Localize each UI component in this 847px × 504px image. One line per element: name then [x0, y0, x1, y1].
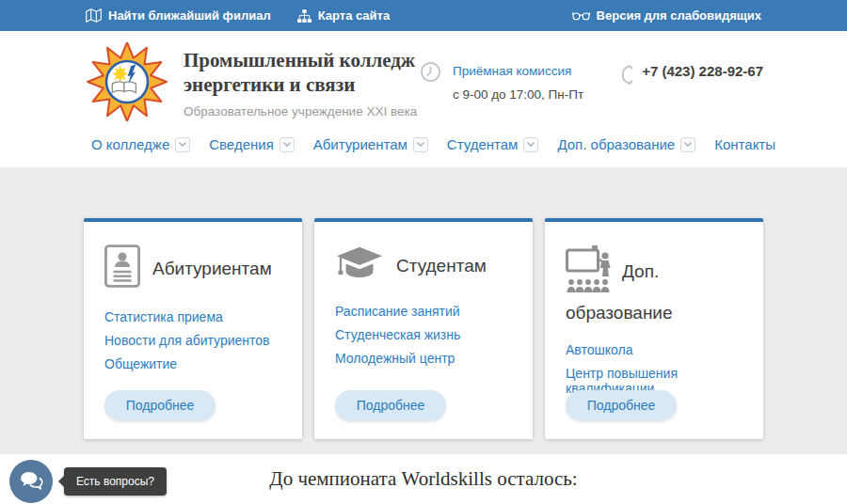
sitemap-label: Карта сайта	[318, 8, 391, 23]
nav-item-extra-education[interactable]: Доп. образование	[557, 136, 695, 152]
nav-item-applicants[interactable]: Абитуриентам	[313, 136, 428, 152]
nav-item-about[interactable]: О колледже	[91, 136, 190, 152]
clock-icon	[420, 61, 441, 125]
more-button-extra-education[interactable]: Подробнее	[566, 390, 677, 420]
site-subtitle: Образовательное учреждение XXI века	[184, 104, 417, 118]
sitemap-icon	[297, 9, 312, 23]
chat-tooltip: Есть вопросы?	[64, 467, 167, 496]
graduation-cap-icon	[335, 244, 384, 287]
nav-item-students[interactable]: Студентам	[447, 136, 539, 152]
phone-number: +7 (423) 228-92-67	[642, 63, 763, 125]
nav-item-info[interactable]: Сведения	[209, 136, 295, 152]
nav-label: Сведения	[209, 136, 274, 152]
main-nav: О колледже Сведения Абитуриентам Студент…	[84, 125, 763, 156]
nav-item-contacts[interactable]: Контакты	[714, 136, 775, 152]
map-icon	[86, 8, 102, 23]
site-title: Промышленный колледж энергетики и связи	[184, 48, 417, 97]
link-dormitory[interactable]: Общежитие	[104, 356, 281, 371]
topbar: Найти ближайший филиал Карта сайта Верси…	[0, 0, 847, 31]
nav-label: Контакты	[714, 136, 775, 152]
chevron-down-icon[interactable]	[523, 137, 538, 152]
card-extra-education: Доп. образование Автошкола Центр повышен…	[545, 218, 763, 439]
main-content: Абитуриентам Статистика приема Новости д…	[0, 167, 847, 454]
accessibility-version-link[interactable]: Версия для слабовидящих	[572, 8, 761, 23]
accessibility-version-label: Версия для слабовидящих	[597, 8, 761, 23]
nav-label: Доп. образование	[557, 136, 675, 152]
nav-label: Студентам	[447, 136, 519, 152]
card-applicants: Абитуриентам Статистика приема Новости д…	[84, 218, 302, 439]
phone-block: +7 (423) 228-92-67	[619, 61, 763, 125]
site-title-line2: энергетики и связи	[184, 73, 355, 96]
link-class-schedule[interactable]: Расписание занятий	[335, 304, 512, 319]
header: Промышленный колледж энергетики и связи …	[0, 31, 847, 167]
card-title: Абитуриентам	[152, 259, 272, 279]
link-driving-school[interactable]: Автошкола	[566, 342, 743, 357]
applicant-resume-icon	[104, 244, 140, 292]
admissions-hours: с 9-00 до 17:00, Пн-Пт	[453, 87, 583, 102]
college-logo[interactable]	[86, 42, 168, 121]
chevron-down-icon[interactable]	[413, 137, 428, 152]
nav-label: О колледже	[91, 136, 169, 152]
more-button-students[interactable]: Подробнее	[335, 390, 446, 420]
link-student-life[interactable]: Студенческая жизнь	[335, 327, 512, 342]
card-students: Студентам Расписание занятий Студенческа…	[314, 218, 533, 439]
chevron-down-icon[interactable]	[175, 137, 190, 152]
admissions-link[interactable]: Приёмная комиссия	[453, 61, 583, 78]
chevron-down-icon[interactable]	[280, 137, 295, 152]
nav-label: Абитуриентам	[313, 136, 408, 152]
sitemap-link[interactable]: Карта сайта	[297, 8, 391, 23]
find-branch-link[interactable]: Найти ближайший филиал	[86, 8, 271, 23]
site-title-line1: Промышленный колледж	[184, 49, 415, 71]
link-applicant-news[interactable]: Новости для абитуриентов	[104, 333, 281, 348]
find-branch-label: Найти ближайший филиал	[108, 8, 271, 23]
classroom-presentation-icon	[566, 244, 613, 300]
chat-widget: Есть вопросы?	[9, 460, 167, 503]
link-admission-statistics[interactable]: Статистика приема	[104, 309, 281, 324]
chat-button[interactable]	[9, 460, 53, 503]
card-title: Студентам	[396, 256, 487, 276]
admissions-info: Приёмная комиссия с 9-00 до 17:00, Пн-Пт	[420, 61, 583, 125]
chat-icon	[20, 471, 43, 493]
link-youth-center[interactable]: Молодежный центр	[335, 351, 512, 366]
eyeglasses-icon	[572, 9, 590, 22]
chevron-down-icon[interactable]	[680, 137, 695, 152]
more-button-applicants[interactable]: Подробнее	[104, 390, 216, 420]
phone-icon	[619, 63, 632, 125]
